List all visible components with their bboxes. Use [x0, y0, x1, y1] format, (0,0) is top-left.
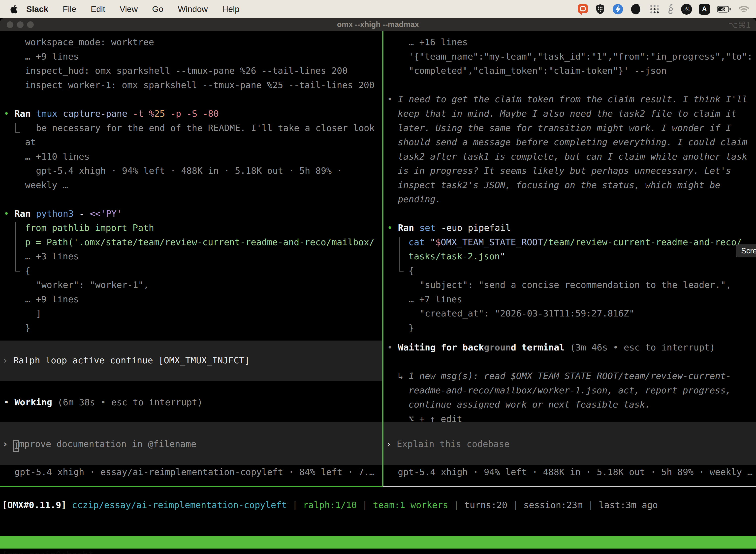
turns-counter: turns:20 [464, 500, 507, 510]
bolt-circle-icon[interactable] [612, 3, 624, 15]
right-terminal-pane: … +16 lines '{"team_name":"my-team","tas… [383, 31, 756, 486]
thinking-line: pending. [398, 192, 441, 207]
window-title: omx --xhigh --madmax [337, 20, 419, 29]
prompt-input[interactable]: › Explain this codebase [386, 437, 510, 451]
window-shortcut-hint: ⌥⌘1 [729, 20, 751, 30]
terminal-output-line: at [25, 135, 36, 150]
shield-grid-icon[interactable] [595, 4, 605, 15]
terminal-output-line: } [25, 321, 30, 335]
terminal-output-line: … +9 lines [25, 292, 79, 307]
thinking-line: keep that in mind. Maybe I also need the… [398, 107, 737, 121]
terminal-output-line: … +16 lines [408, 35, 467, 49]
left-terminal-pane: workspace_mode: worktree … +9 lines insp… [0, 31, 382, 486]
terminal-output-line: "subject": "send a concise recommendatio… [420, 278, 731, 292]
command-bullet-icon: • [4, 108, 9, 119]
session-status-line: gpt-5.4 xhigh · essay/ai-reimplementatio… [14, 465, 375, 479]
prompt-chevron-icon: › [2, 439, 8, 449]
terminal-output-line: "created_at": "2026-03-31T11:59:27.816Z" [420, 306, 634, 321]
session-time: session:23m [523, 500, 583, 510]
apple-menu-icon[interactable] [9, 4, 18, 14]
terminal-output-line: workspace_mode: worktree [25, 35, 154, 49]
output-elbow-icon [15, 123, 20, 133]
terminal-output-line: … +3 lines [25, 249, 79, 264]
chevron-icon: › [2, 355, 8, 365]
thinking-bullet-icon: • [387, 94, 393, 104]
command-line: tasks/task-2.json" [408, 249, 505, 264]
close-button[interactable] [7, 21, 13, 28]
terminal-output-line: inspect_worker-1: omx sparkshell --tmux-… [25, 78, 375, 92]
command-line: • Ran set -euo pipefail [387, 221, 511, 235]
thinking-line: • I need to get the claim token from the… [387, 92, 747, 107]
menubar-item-edit[interactable]: Edit [83, 4, 113, 14]
output-elbow-icon [15, 222, 20, 272]
menubar-item-help[interactable]: Help [215, 4, 247, 14]
inject-banner-text: › Ralph loop active continue [OMX_TMUX_I… [2, 353, 250, 368]
wifi-icon[interactable] [738, 5, 750, 13]
terminal-output-line: … +110 lines [25, 150, 89, 164]
ralph-counter: ralph:1/10 [303, 500, 357, 510]
terminal-output-line: gpt-5.4 xhigh · 94% left · 488K in · 5.1… [36, 164, 342, 178]
zoom-button[interactable] [27, 21, 34, 28]
prompt-chevron-icon: › [386, 439, 391, 449]
battery-icon[interactable] [717, 5, 731, 13]
menubar-item-file[interactable]: File [56, 4, 83, 14]
window-titlebar: omx --xhigh --madmax ⌥⌘1 [0, 18, 756, 31]
tmux-session-name[interactable]: [omx-cczip0:bash* [2, 549, 93, 554]
screen-share-tooltip: Scre [736, 244, 756, 258]
terminal-output-line: { [408, 264, 414, 278]
badge-61-icon[interactable]: ..61 [681, 4, 692, 15]
status-bullet-icon: • [4, 397, 9, 407]
terminal-output-line: … +7 lines [408, 292, 462, 307]
screen: Slack File Edit View Go Window Help [0, 0, 756, 554]
letter-a-app-icon[interactable]: A [699, 4, 710, 15]
tmux-status-bar: [omx-cczip0:bash* "MacBook-Pro-44.local"… [0, 536, 756, 549]
team-workers: team:1 workers [373, 500, 448, 510]
terminal-output-line: "worker": "worker-1", [36, 278, 149, 292]
menubar-item-slack[interactable]: Slack [18, 4, 56, 14]
terminal-output-line: inspect_hud: omx sparkshell --tmux-pane … [25, 63, 348, 78]
menubar-item-go[interactable]: Go [145, 4, 170, 14]
thinking-line: task2 after task1 is complete, but can I… [398, 150, 747, 164]
menubar-item-view[interactable]: View [112, 4, 145, 14]
terminal-output-line: … +9 lines [25, 49, 79, 64]
working-status-line: • Working (6m 38s • esc to interrupt) [4, 395, 203, 409]
command-line: • Ran python3 - <<'PY' [4, 207, 122, 221]
inject-banner: › Ralph loop active continue [OMX_TMUX_I… [0, 340, 382, 381]
squiggle-icon[interactable] [667, 3, 674, 15]
text-cursor: I [13, 440, 19, 452]
terminal-output-line: ] [36, 306, 42, 321]
thinking-line: is in progress? It seems likely but perh… [398, 164, 731, 178]
chat-app-icon[interactable] [577, 3, 588, 15]
terminal-output-line: } [408, 321, 414, 335]
last-activity: last:3m ago [599, 500, 658, 510]
mailbox-message-line: continue assigned work or next feasible … [408, 397, 650, 412]
prompt-input-area[interactable]: › Improve documentation in @filename [0, 422, 382, 465]
omx-hud-statusline: [OMX#0.11.9] cczip/essay/ai-reimplementa… [2, 498, 658, 512]
mailbox-message-line: ↳ 1 new msg(s): read $OMX_TEAM_STATE_ROO… [398, 369, 731, 383]
menubar-item-window[interactable]: Window [171, 4, 215, 14]
active-pane-border [0, 486, 383, 487]
code-line: p = Path('.omx/state/team/review-current… [25, 235, 375, 250]
prompt-input[interactable]: › Improve documentation in @filename [2, 437, 196, 451]
terminal-output-line: weekly … [25, 178, 68, 192]
arrow-down-right-icon: ↳ [398, 371, 403, 381]
terminal-output-line: { [25, 264, 30, 278]
prompt-input-area[interactable]: › Explain this codebase [383, 422, 756, 465]
terminal-output-line: be necessary for the end of the README. … [36, 121, 375, 135]
crescent-circle-icon[interactable] [630, 3, 642, 15]
waiting-status-line: • Waiting for background terminal (3m 46… [387, 340, 715, 355]
menubar: Slack File Edit View Go Window Help [0, 0, 756, 18]
status-bullet-icon: • [387, 342, 393, 352]
terminal-output-line: "completed","claim_token":"claim-token"}… [408, 63, 667, 78]
dot-grid-icon[interactable] [649, 3, 660, 15]
thinking-line: later. Using the same for transition mig… [398, 121, 731, 135]
session-status-line: gpt-5.4 xhigh · 94% left · 488K in · 5.1… [398, 465, 753, 479]
thinking-line: should send a message before completing … [398, 135, 747, 150]
command-line: • Ran tmux capture-pane -t %25 -p -S -80 [4, 107, 219, 121]
minimize-button[interactable] [17, 21, 23, 28]
code-line: from pathlib import Path [25, 221, 154, 235]
mailbox-message-line: readme-and-reco/mailbox/worker-1.json, a… [408, 383, 731, 398]
repo-name: cczip/essay/ai-reimplementation-copyleft [72, 500, 287, 510]
terminal-output-line: '{"team_name":"my-team","task_id":"1","f… [408, 49, 753, 64]
prompt-placeholder: mprove documentation in @filename [19, 439, 196, 449]
